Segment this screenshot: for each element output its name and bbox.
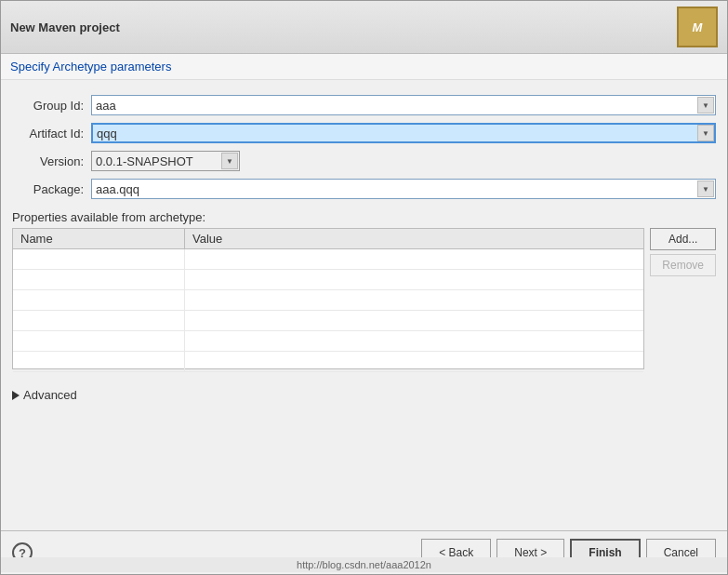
table-row[interactable] <box>13 270 643 290</box>
window-title: New Maven project <box>10 20 120 34</box>
table-row[interactable] <box>13 331 643 352</box>
maven-logo-letter: M <box>693 20 703 34</box>
table-header: Name Value <box>13 229 643 249</box>
subtitle: Specify Archetype parameters <box>1 54 727 80</box>
artifact-id-input-wrap <box>91 123 716 143</box>
properties-label: Properties available from archetype: <box>12 210 716 224</box>
properties-table: Name Value <box>12 228 644 369</box>
version-label: Version: <box>12 154 91 168</box>
column-value-header: Value <box>185 229 643 248</box>
properties-section: Name Value Add... Remove <box>12 228 716 377</box>
remove-button[interactable]: Remove <box>650 254 716 276</box>
artifact-id-input[interactable] <box>91 123 716 143</box>
advanced-label: Advanced <box>23 388 77 402</box>
table-body <box>13 249 643 372</box>
artifact-id-label: Artifact Id: <box>12 127 91 140</box>
main-window: New Maven project M Specify Archetype pa… <box>0 0 728 575</box>
advanced-triangle-icon <box>12 391 20 400</box>
maven-logo: M <box>677 7 718 47</box>
package-row: Package: <box>12 179 716 199</box>
version-row: Version: 0.0.1-SNAPSHOT <box>12 151 716 171</box>
title-bar: New Maven project M <box>1 1 727 54</box>
group-id-row: Group Id: <box>12 95 716 115</box>
group-id-label: Group Id: <box>12 99 91 113</box>
table-row[interactable] <box>13 249 643 270</box>
package-input[interactable] <box>91 179 716 199</box>
url-bar: http://blog.csdn.net/aaa2012n <box>1 557 727 572</box>
add-button[interactable]: Add... <box>650 228 716 250</box>
artifact-id-row: Artifact Id: <box>12 123 716 143</box>
column-name-header: Name <box>13 229 185 248</box>
version-select-wrap: 0.0.1-SNAPSHOT <box>91 151 240 171</box>
group-id-input-wrap <box>91 95 716 115</box>
package-input-wrap <box>91 179 716 199</box>
content-area: Group Id: Artifact Id: Version: 0.0.1-SN… <box>1 80 727 530</box>
table-row[interactable] <box>13 290 643 311</box>
table-row[interactable] <box>13 352 643 372</box>
version-select[interactable]: 0.0.1-SNAPSHOT <box>91 151 240 171</box>
table-side-buttons: Add... Remove <box>650 228 716 377</box>
table-row[interactable] <box>13 311 643 331</box>
advanced-section[interactable]: Advanced <box>12 388 716 402</box>
group-id-input[interactable] <box>91 95 716 115</box>
package-label: Package: <box>12 182 91 196</box>
